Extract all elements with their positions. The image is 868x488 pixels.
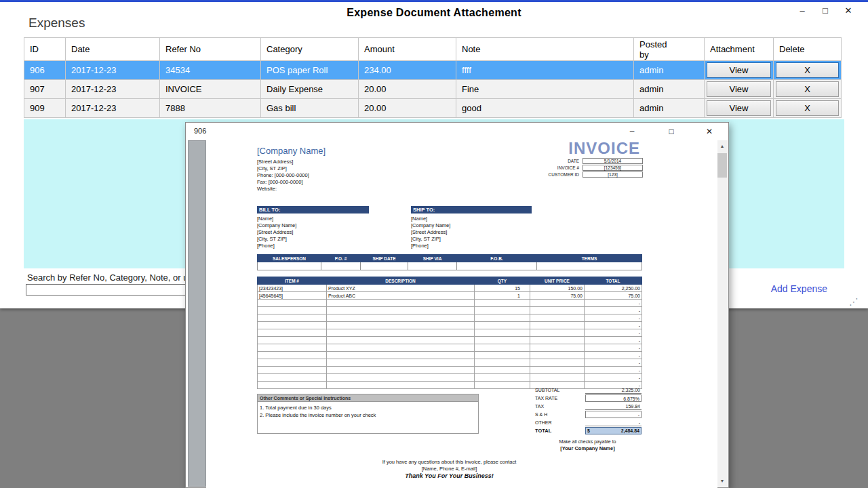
grand-total-row: TOTAL $ 2,484.84 [534, 426, 642, 434]
bill-to-line: [Company Name] [257, 222, 296, 229]
comments-body: 1. Total payment due in 30 days2. Please… [257, 401, 479, 434]
items-col: UNIT PRICE [530, 277, 585, 285]
delete-cell: X [774, 80, 842, 99]
tax-row: TAX 159.84 [534, 402, 642, 410]
company-address: [Street Address][City, ST ZIP]Phone: [00… [257, 159, 309, 192]
tax-rate-row: TAX RATE 6.875% [534, 394, 642, 402]
desktop: Expense Document Attachement – □ ✕ Expen… [0, 0, 868, 488]
cell-id: 906 [24, 61, 66, 80]
item-row-empty: - [258, 344, 642, 352]
bill-to-line: [Phone] [257, 243, 296, 249]
expense-row-906[interactable]: 9062017-12-2334534POS paper Roll234.00ff… [24, 61, 842, 80]
invoice-window-title: 906 [194, 127, 206, 135]
bill-to-line: [Name] [257, 216, 296, 222]
company-address-line: [City, ST ZIP] [257, 165, 309, 172]
cell-category: Gas bill [261, 99, 359, 118]
ship-to-line: [Phone] [411, 243, 450, 249]
col-note: Note [456, 38, 634, 61]
expenses-table-body: 9062017-12-2334534POS paper Roll234.00ff… [24, 61, 842, 118]
cell-amount: 234.00 [359, 61, 456, 80]
delete-row-button[interactable]: X [776, 62, 839, 78]
cell-date: 2017-12-23 [66, 61, 160, 80]
resize-grip[interactable]: ⋰ [849, 296, 859, 307]
maximize-icon[interactable]: □ [665, 125, 678, 138]
scroll-down-icon[interactable]: ▼ [717, 475, 728, 487]
expense-row-907[interactable]: 9072017-12-23INVOICEDaily Expense20.00Fi… [24, 80, 842, 99]
attachment-cell: View [705, 61, 774, 80]
cell-refer: INVOICE [160, 80, 261, 99]
item-total-empty: - [585, 322, 642, 329]
invoice-window: 906 – □ ✕ ▲ ▼ [Company Name] [Street Add… [185, 122, 729, 488]
comment-line: 1. Total payment due in 30 days [260, 404, 476, 411]
maximize-icon[interactable]: □ [819, 5, 831, 17]
footer-thanks: Thank You For Your Business! [257, 472, 642, 479]
table-header-row: ID Date Refer No Category Amount Note Po… [24, 38, 842, 61]
checks-company: [Your Company Name] [534, 445, 642, 452]
invoice-footer: If you have any questions about this inv… [257, 459, 642, 479]
attachment-cell: View [705, 80, 774, 99]
items-col: TOTAL [585, 277, 642, 285]
ship-to-line: [Company Name] [411, 222, 450, 229]
document-left-gutter [188, 140, 206, 487]
item-row-empty: - [258, 367, 642, 374]
grand-total-value: $ 2,484.84 [585, 427, 642, 434]
close-icon[interactable]: ✕ [842, 5, 854, 17]
bill-to-header: BILL TO: [257, 206, 369, 214]
meta-value: [123456] [583, 165, 643, 171]
item-item: [45645645] [258, 292, 327, 300]
close-icon[interactable]: ✕ [703, 125, 716, 138]
cell-id: 909 [24, 99, 66, 118]
item-total-empty: - [585, 359, 642, 367]
invoice-meta-row: DATE 5/1/2014 [477, 158, 643, 164]
expense-row-909[interactable]: 9092017-12-237888Gas bill20.00goodadminV… [24, 99, 842, 118]
cell-amount: 20.00 [359, 80, 456, 99]
view-attachment-button[interactable]: View [707, 62, 771, 78]
delete-row-button[interactable]: X [776, 100, 839, 116]
delete-row-button[interactable]: X [776, 81, 839, 97]
item-total: 75.00 [585, 292, 642, 300]
sales-info-table: SALESPERSON P.O. # SHIP DATE SHIP VIA F.… [257, 254, 642, 270]
items-col: ITEM # [258, 277, 327, 285]
company-address-line: Phone: [000-000-0000] [257, 172, 309, 179]
sales-col: SHIP VIA [408, 255, 457, 262]
delete-cell: X [774, 61, 842, 80]
minimize-icon[interactable]: – [796, 5, 808, 17]
scrollbar-thumb[interactable] [717, 153, 727, 178]
item-row-empty: - [258, 359, 642, 367]
add-expense-link[interactable]: Add Expense [771, 283, 827, 294]
comments-box: Other Comments or Special Instructions 1… [257, 394, 479, 434]
cell-note: good [456, 99, 634, 118]
item-row-empty: - [258, 322, 642, 329]
company-address-line: Fax: [000-000-0000] [257, 179, 309, 186]
sales-col: SALESPERSON [258, 255, 321, 262]
bill-to-line: [City, ST ZIP] [257, 236, 296, 243]
item-row-empty: - [258, 300, 642, 307]
cell-category: POS paper Roll [261, 61, 359, 80]
checks-line: Make all checks payable to [534, 439, 642, 445]
search-label: Search by Refer No, Category, Note, or u… [27, 272, 186, 283]
ship-to-lines: [Name][Company Name][Street Address][Cit… [411, 216, 450, 249]
scroll-up-icon[interactable]: ▲ [717, 140, 728, 152]
item-total-empty: - [585, 367, 642, 374]
view-attachment-button[interactable]: View [707, 100, 771, 116]
item-qty: 1 [475, 292, 530, 300]
delete-cell: X [774, 99, 842, 118]
col-category: Category [261, 38, 359, 61]
meta-label: DATE [568, 159, 579, 163]
sales-empty-row [258, 262, 642, 270]
cell-date: 2017-12-23 [66, 99, 160, 118]
invoice-meta-row: INVOICE # [123456] [477, 165, 643, 171]
meta-label: INVOICE # [557, 165, 579, 170]
search-input[interactable] [26, 284, 187, 296]
item-desc: Product ABC [327, 292, 475, 300]
footer-contact-info: [Name, Phone #, E-mail] [257, 466, 642, 472]
vertical-scrollbar[interactable]: ▲ ▼ [716, 140, 728, 487]
minimize-icon[interactable]: – [625, 125, 639, 138]
comments-header: Other Comments or Special Instructions [257, 394, 479, 401]
item-row: [23423423]Product XYZ15150.002,250.00 [258, 285, 642, 292]
comment-line: 2. Please include the invoice number on … [260, 411, 476, 419]
view-attachment-button[interactable]: View [707, 81, 771, 97]
item-row-empty: - [258, 307, 642, 314]
col-delete: Delete [774, 38, 842, 61]
items-body: [23423423]Product XYZ15150.002,250.00[45… [258, 285, 642, 389]
